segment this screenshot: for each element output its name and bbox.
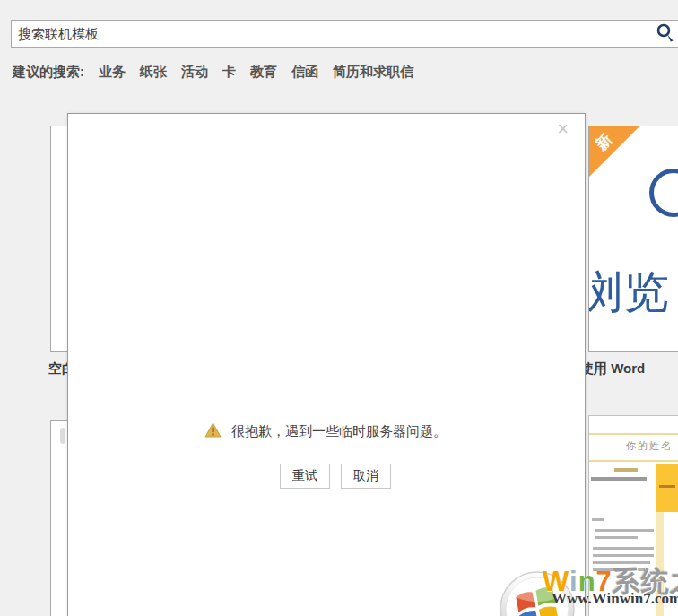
text-line-placeholder — [593, 568, 645, 571]
text-line-placeholder — [591, 477, 647, 481]
text-line-placeholder — [595, 536, 638, 539]
suggested-searches-label: 建议的搜索: — [13, 64, 84, 81]
search-input[interactable] — [11, 20, 678, 48]
search-icon — [655, 33, 676, 47]
suggested-link-resume[interactable]: 简历和求职信 — [333, 64, 413, 81]
suggested-link-education[interactable]: 教育 — [250, 64, 277, 81]
tour-circle-icon — [649, 169, 678, 217]
suggested-searches: 建议的搜索: 业务 纸张 活动 卡 教育 信函 简历和求职信 — [13, 64, 413, 81]
thumbnail-placeholder-mark — [60, 428, 65, 444]
warning-icon — [204, 422, 222, 441]
text-line-placeholder — [593, 561, 650, 564]
word-template-start-screen: 建议的搜索: 业务 纸张 活动 卡 教育 信函 简历和求职信 空白文档 新 浏览… — [0, 0, 678, 616]
suggested-link-paper[interactable]: 纸张 — [140, 64, 167, 81]
close-icon[interactable]: × — [557, 119, 569, 139]
resume-name-text: 你的姓名 — [626, 439, 673, 453]
suggested-link-card[interactable]: 卡 — [222, 64, 236, 81]
resume-divider-mid — [589, 460, 678, 462]
resume-divider-top — [589, 433, 678, 435]
text-line-placeholder — [614, 468, 638, 472]
error-dialog: × 很抱歉，遇到一些临时服务器问题。 重试 取消 — [67, 113, 586, 616]
suggested-link-letter[interactable]: 信函 — [291, 64, 318, 81]
cancel-button[interactable]: 取消 — [341, 464, 391, 489]
text-line-placeholder — [593, 547, 654, 550]
text-line-placeholder — [659, 485, 675, 488]
text-line-placeholder — [593, 554, 654, 557]
text-line-placeholder — [592, 518, 604, 521]
template-card-welcome-word[interactable]: 新 浏览 — [588, 126, 678, 352]
welcome-preview-text: 浏览 — [588, 263, 670, 323]
text-line-placeholder — [595, 529, 654, 532]
resume-gold-block — [656, 464, 678, 512]
dialog-buttons: 重试 取消 — [280, 464, 391, 489]
suggested-link-business[interactable]: 业务 — [99, 64, 126, 81]
suggested-link-event[interactable]: 活动 — [181, 64, 208, 81]
template-card-resume[interactable]: 你的姓名 — [588, 415, 678, 616]
error-message-row: 很抱歉，遇到一些临时服务器问题。 — [204, 422, 447, 441]
error-message-text: 很抱歉，遇到一些临时服务器问题。 — [231, 423, 447, 440]
retry-button[interactable]: 重试 — [280, 464, 330, 489]
search-button[interactable] — [654, 22, 677, 45]
search-bar — [11, 20, 678, 48]
resume-side-strip — [656, 512, 664, 616]
